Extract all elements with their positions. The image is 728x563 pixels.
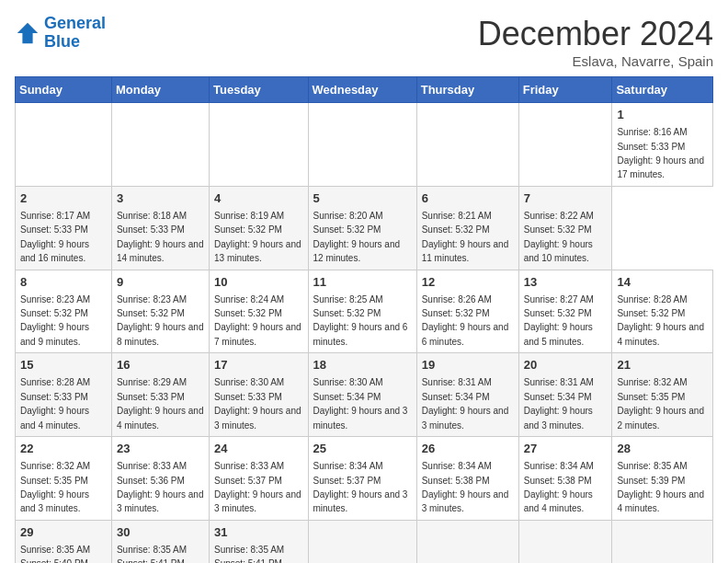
calendar-day-cell: 6Sunrise: 8:21 AMSunset: 5:32 PMDaylight… xyxy=(416,186,518,270)
day-number: 11 xyxy=(313,274,412,291)
calendar-day-cell: 4Sunrise: 8:19 AMSunset: 5:32 PMDaylight… xyxy=(210,186,308,270)
calendar-day-cell: 15Sunrise: 8:28 AMSunset: 5:33 PMDayligh… xyxy=(16,353,112,437)
col-saturday: Saturday xyxy=(612,77,713,103)
day-info: Sunrise: 8:34 AMSunset: 5:37 PMDaylight:… xyxy=(313,461,408,513)
calendar-day-cell: 13Sunrise: 8:27 AMSunset: 5:32 PMDayligh… xyxy=(518,270,612,353)
day-number: 31 xyxy=(214,524,302,541)
day-info: Sunrise: 8:26 AMSunset: 5:32 PMDaylight:… xyxy=(422,294,509,347)
calendar-day-cell: 19Sunrise: 8:31 AMSunset: 5:34 PMDayligh… xyxy=(416,353,518,437)
calendar-day-cell: 26Sunrise: 8:34 AMSunset: 5:38 PMDayligh… xyxy=(416,437,518,521)
day-info: Sunrise: 8:17 AMSunset: 5:33 PMDaylight:… xyxy=(20,211,90,263)
calendar-day-cell: 5Sunrise: 8:20 AMSunset: 5:32 PMDaylight… xyxy=(308,186,416,270)
day-info: Sunrise: 8:34 AMSunset: 5:38 PMDaylight:… xyxy=(524,461,594,513)
calendar-week-row: 29Sunrise: 8:35 AMSunset: 5:40 PMDayligh… xyxy=(16,520,713,563)
calendar-day-cell: 16Sunrise: 8:29 AMSunset: 5:33 PMDayligh… xyxy=(111,353,209,437)
calendar-day-cell: 28Sunrise: 8:35 AMSunset: 5:39 PMDayligh… xyxy=(612,437,713,521)
month-title: December 2024 xyxy=(478,15,713,53)
day-info: Sunrise: 8:23 AMSunset: 5:32 PMDaylight:… xyxy=(20,294,90,347)
col-sunday: Sunday xyxy=(16,77,112,103)
day-number: 8 xyxy=(20,274,107,291)
calendar-day-cell: 10Sunrise: 8:24 AMSunset: 5:32 PMDayligh… xyxy=(210,270,308,353)
calendar-day-cell: 2Sunrise: 8:17 AMSunset: 5:33 PMDaylight… xyxy=(16,186,112,270)
day-info: Sunrise: 8:24 AMSunset: 5:32 PMDaylight:… xyxy=(214,294,301,347)
title-section: December 2024 Eslava, Navarre, Spain xyxy=(478,15,713,69)
day-number: 21 xyxy=(617,357,708,373)
day-info: Sunrise: 8:35 AMSunset: 5:40 PMDaylight:… xyxy=(20,545,90,563)
day-number: 2 xyxy=(20,190,107,207)
day-number: 24 xyxy=(214,441,302,457)
calendar-table: Sunday Monday Tuesday Wednesday Thursday… xyxy=(15,76,713,563)
calendar-week-row: 15Sunrise: 8:28 AMSunset: 5:33 PMDayligh… xyxy=(16,353,713,437)
day-info: Sunrise: 8:25 AMSunset: 5:32 PMDaylight:… xyxy=(313,294,408,347)
calendar-week-row: 22Sunrise: 8:32 AMSunset: 5:35 PMDayligh… xyxy=(16,437,713,521)
day-number: 19 xyxy=(422,357,514,373)
svg-marker-0 xyxy=(17,23,38,43)
calendar-day-cell xyxy=(210,103,308,187)
day-info: Sunrise: 8:30 AMSunset: 5:34 PMDaylight:… xyxy=(313,377,408,430)
day-number: 14 xyxy=(617,274,708,291)
calendar-day-cell: 23Sunrise: 8:33 AMSunset: 5:36 PMDayligh… xyxy=(111,437,209,521)
calendar-day-cell: 17Sunrise: 8:30 AMSunset: 5:33 PMDayligh… xyxy=(210,353,308,437)
calendar-day-cell: 12Sunrise: 8:26 AMSunset: 5:32 PMDayligh… xyxy=(416,270,518,353)
day-info: Sunrise: 8:19 AMSunset: 5:32 PMDaylight:… xyxy=(214,211,301,263)
day-number: 26 xyxy=(422,441,514,457)
day-info: Sunrise: 8:34 AMSunset: 5:38 PMDaylight:… xyxy=(422,461,509,513)
col-thursday: Thursday xyxy=(416,77,518,103)
day-info: Sunrise: 8:28 AMSunset: 5:33 PMDaylight:… xyxy=(20,377,90,430)
day-info: Sunrise: 8:35 AMSunset: 5:39 PMDaylight:… xyxy=(617,461,704,513)
day-number: 9 xyxy=(117,274,204,291)
col-tuesday: Tuesday xyxy=(210,77,308,103)
calendar-day-cell xyxy=(518,520,612,563)
day-info: Sunrise: 8:31 AMSunset: 5:34 PMDaylight:… xyxy=(422,377,509,430)
day-number: 22 xyxy=(20,441,107,457)
calendar-day-cell: 7Sunrise: 8:22 AMSunset: 5:32 PMDaylight… xyxy=(518,186,612,270)
location: Eslava, Navarre, Spain xyxy=(478,53,713,69)
calendar-day-cell xyxy=(518,103,612,187)
calendar-day-cell xyxy=(612,520,713,563)
day-info: Sunrise: 8:28 AMSunset: 5:32 PMDaylight:… xyxy=(617,294,704,347)
page-header: General Blue December 2024 Eslava, Navar… xyxy=(15,15,713,69)
col-friday: Friday xyxy=(518,77,612,103)
day-info: Sunrise: 8:23 AMSunset: 5:32 PMDaylight:… xyxy=(117,294,204,347)
day-number: 3 xyxy=(117,190,204,207)
calendar-week-row: 8Sunrise: 8:23 AMSunset: 5:32 PMDaylight… xyxy=(16,270,713,353)
calendar-day-cell xyxy=(416,520,518,563)
calendar-day-cell: 1Sunrise: 8:16 AMSunset: 5:33 PMDaylight… xyxy=(612,103,713,187)
day-number: 28 xyxy=(617,441,708,457)
col-monday: Monday xyxy=(111,77,209,103)
day-number: 10 xyxy=(214,274,302,291)
day-number: 12 xyxy=(422,274,514,291)
logo-icon xyxy=(15,20,40,46)
day-number: 20 xyxy=(524,357,608,373)
logo-text: General Blue xyxy=(44,15,106,52)
calendar-day-cell: 25Sunrise: 8:34 AMSunset: 5:37 PMDayligh… xyxy=(308,437,416,521)
day-info: Sunrise: 8:20 AMSunset: 5:32 PMDaylight:… xyxy=(313,211,401,263)
day-number: 25 xyxy=(313,441,412,457)
calendar-day-cell xyxy=(16,103,112,187)
day-number: 27 xyxy=(524,441,608,457)
day-info: Sunrise: 8:21 AMSunset: 5:32 PMDaylight:… xyxy=(422,211,509,263)
day-info: Sunrise: 8:29 AMSunset: 5:33 PMDaylight:… xyxy=(117,377,204,430)
day-info: Sunrise: 8:31 AMSunset: 5:34 PMDaylight:… xyxy=(524,377,594,430)
day-number: 6 xyxy=(422,190,514,207)
day-number: 29 xyxy=(20,524,107,541)
calendar-day-cell: 31Sunrise: 8:35 AMSunset: 5:41 PMDayligh… xyxy=(210,520,308,563)
calendar-day-cell: 30Sunrise: 8:35 AMSunset: 5:41 PMDayligh… xyxy=(111,520,209,563)
calendar-day-cell: 9Sunrise: 8:23 AMSunset: 5:32 PMDaylight… xyxy=(111,270,209,353)
day-number: 17 xyxy=(214,357,302,373)
calendar-week-row: 1Sunrise: 8:16 AMSunset: 5:33 PMDaylight… xyxy=(16,103,713,187)
day-info: Sunrise: 8:35 AMSunset: 5:41 PMDaylight:… xyxy=(117,545,204,563)
calendar-day-cell: 21Sunrise: 8:32 AMSunset: 5:35 PMDayligh… xyxy=(612,353,713,437)
calendar-day-cell: 11Sunrise: 8:25 AMSunset: 5:32 PMDayligh… xyxy=(308,270,416,353)
calendar-day-cell xyxy=(308,103,416,187)
calendar-day-cell xyxy=(416,103,518,187)
day-info: Sunrise: 8:33 AMSunset: 5:37 PMDaylight:… xyxy=(214,461,301,513)
day-info: Sunrise: 8:27 AMSunset: 5:32 PMDaylight:… xyxy=(524,294,594,347)
calendar-day-cell: 22Sunrise: 8:32 AMSunset: 5:35 PMDayligh… xyxy=(16,437,112,521)
day-info: Sunrise: 8:22 AMSunset: 5:32 PMDaylight:… xyxy=(524,211,594,263)
day-number: 16 xyxy=(117,357,204,373)
day-info: Sunrise: 8:30 AMSunset: 5:33 PMDaylight:… xyxy=(214,377,301,430)
calendar-day-cell: 24Sunrise: 8:33 AMSunset: 5:37 PMDayligh… xyxy=(210,437,308,521)
calendar-day-cell: 29Sunrise: 8:35 AMSunset: 5:40 PMDayligh… xyxy=(16,520,112,563)
day-number: 30 xyxy=(117,524,204,541)
